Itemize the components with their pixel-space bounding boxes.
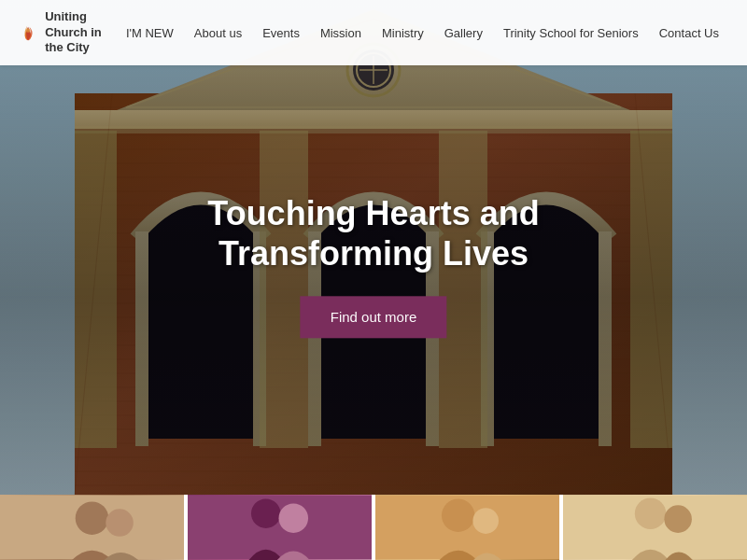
nav-about[interactable]: About us <box>185 21 251 46</box>
thumb-image-4 <box>563 495 747 560</box>
nav-trinity[interactable]: Trinity School for Seniors <box>494 21 648 46</box>
nav-gallery[interactable]: Gallery <box>435 21 492 46</box>
svg-point-89 <box>635 497 666 528</box>
nav-ministry[interactable]: Ministry <box>373 21 433 46</box>
svg-point-90 <box>664 505 692 533</box>
hero-title: Touching Hearts and Transforming Lives <box>207 193 539 273</box>
logo-area[interactable]: Uniting Church in the City <box>19 9 117 57</box>
site-name: Uniting Church in the City <box>45 9 117 57</box>
thumb-image-2 <box>188 495 372 560</box>
svg-point-80 <box>76 501 108 534</box>
thumbnail-4[interactable] <box>563 495 747 560</box>
svg-point-81 <box>106 509 134 537</box>
svg-point-84 <box>279 503 309 533</box>
thumb-image-3 <box>375 495 559 560</box>
svg-point-87 <box>472 508 499 534</box>
thumb-image-1 <box>0 495 184 560</box>
svg-point-83 <box>251 498 281 528</box>
nav-im-new[interactable]: I'M NEW <box>117 21 183 46</box>
nav-events[interactable]: Events <box>253 21 309 46</box>
nav-mission[interactable]: Mission <box>311 21 371 46</box>
nav-contact[interactable]: Contact Us <box>650 21 728 46</box>
thumbnail-3[interactable] <box>375 495 559 560</box>
svg-point-86 <box>442 498 474 531</box>
thumbnail-row <box>0 495 747 560</box>
svg-point-1 <box>26 28 31 33</box>
hero-section: Touching Hearts and Transforming Lives F… <box>0 0 747 495</box>
logo-icon <box>19 13 37 52</box>
find-out-more-button[interactable]: Find out more <box>301 297 447 339</box>
svg-rect-82 <box>188 496 372 560</box>
thumbnail-1[interactable] <box>0 495 184 560</box>
hero-content: Touching Hearts and Transforming Lives F… <box>207 193 539 338</box>
site-header: Uniting Church in the City I'M NEW About… <box>0 0 747 65</box>
main-nav: I'M NEW About us Events Mission Ministry… <box>117 21 728 46</box>
thumbnail-2[interactable] <box>188 495 372 560</box>
